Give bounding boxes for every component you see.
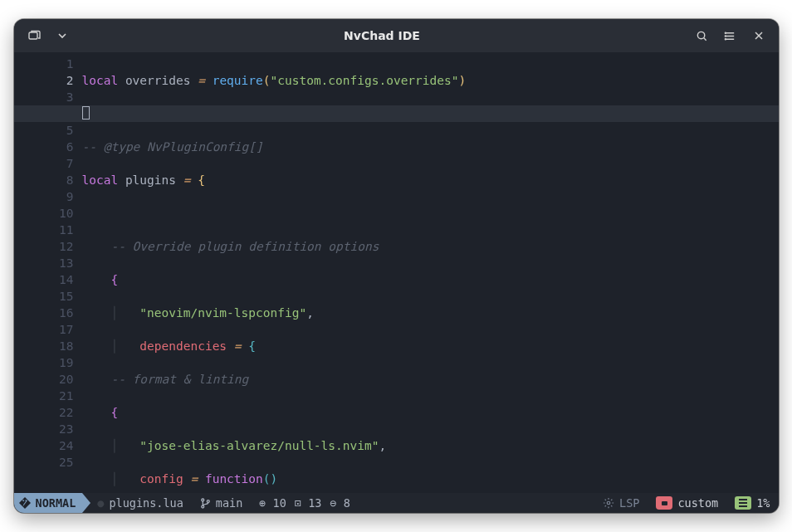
- code-content: local overrides = require("custom.config…: [82, 52, 779, 493]
- editor-area[interactable]: 1234567891011121314151617181920212223242…: [14, 52, 779, 493]
- line-number: 13: [14, 255, 74, 271]
- line-number: 8: [14, 172, 74, 188]
- line-number: 16: [14, 305, 74, 321]
- line-number: 23: [14, 421, 74, 437]
- line-number: 24: [14, 437, 74, 454]
- line-number: 7: [14, 155, 74, 172]
- lsp-segment: LSP: [594, 493, 648, 513]
- line-number: 14: [14, 271, 74, 288]
- line-number: 9: [14, 188, 74, 205]
- folder-name: custom: [677, 496, 718, 510]
- git-removed-icon: ⊖: [330, 496, 343, 510]
- gear-icon: [603, 497, 614, 509]
- current-line: [82, 105, 779, 122]
- menu-button[interactable]: [717, 24, 744, 47]
- line-number: 12: [14, 238, 74, 255]
- position-segment: 1%: [726, 493, 778, 513]
- line-number: 1: [14, 56, 74, 72]
- editor-window: NvChad IDE 12345678910111213141516171819…: [14, 19, 779, 513]
- titlebar: NvChad IDE: [14, 19, 779, 52]
- filename-segment: ● plugins.lua: [90, 493, 192, 513]
- vim-icon: [19, 497, 31, 509]
- window-title: NvChad IDE: [79, 29, 686, 42]
- svg-point-2: [725, 32, 726, 33]
- git-modified-icon: ⊡: [295, 496, 308, 510]
- file-icon: ●: [97, 496, 104, 510]
- svg-rect-0: [29, 32, 37, 39]
- svg-point-1: [697, 32, 704, 38]
- lsp-label: LSP: [619, 496, 639, 510]
- separator-icon: [82, 493, 90, 513]
- folder-icon: [656, 496, 672, 510]
- line-number: 18: [14, 338, 74, 354]
- filename: plugins.lua: [109, 496, 183, 510]
- line-number: 5: [14, 122, 74, 139]
- line-number: 17: [14, 321, 74, 338]
- branch-name: main: [216, 496, 243, 510]
- new-tab-button[interactable]: [21, 24, 47, 47]
- search-button[interactable]: [689, 24, 716, 47]
- mode-indicator: NORMAL: [14, 493, 83, 513]
- git-modified: 13: [308, 496, 321, 510]
- git-branch-segment: main: [192, 493, 252, 513]
- svg-point-8: [607, 501, 610, 505]
- line-number: 2: [14, 72, 74, 89]
- svg-point-3: [725, 35, 726, 36]
- git-added-icon: ⊕: [259, 496, 272, 510]
- statusbar: NORMAL ● plugins.lua main ⊕ 10 ⊡ 13 ⊖ 8 …: [14, 493, 779, 513]
- mode-text: NORMAL: [36, 496, 76, 510]
- line-number: 22: [14, 404, 74, 421]
- position-icon: [735, 496, 751, 510]
- line-number: 21: [14, 388, 74, 404]
- line-number: 25: [14, 454, 74, 471]
- close-button[interactable]: [746, 24, 772, 47]
- titlebar-left: [21, 24, 76, 47]
- titlebar-right: [689, 24, 772, 47]
- line-number: 19: [14, 354, 74, 371]
- folder-segment: custom: [648, 493, 726, 513]
- svg-point-6: [202, 505, 204, 508]
- line-number: 10: [14, 205, 74, 222]
- line-number: 20: [14, 371, 74, 388]
- svg-point-7: [207, 500, 209, 502]
- svg-point-5: [202, 498, 204, 500]
- git-diff-segment: ⊕ 10 ⊡ 13 ⊖ 8: [251, 493, 358, 513]
- git-added: 10: [273, 496, 286, 510]
- line-number: 11: [14, 222, 74, 238]
- git-removed: 8: [344, 496, 350, 510]
- line-number: 6: [14, 139, 74, 155]
- svg-point-4: [725, 38, 726, 39]
- line-number: 15: [14, 288, 74, 305]
- line-number: 3: [14, 89, 74, 105]
- cursor: [82, 106, 90, 120]
- position-percent: 1%: [756, 496, 770, 510]
- dropdown-button[interactable]: [49, 24, 76, 47]
- branch-icon: [200, 498, 211, 509]
